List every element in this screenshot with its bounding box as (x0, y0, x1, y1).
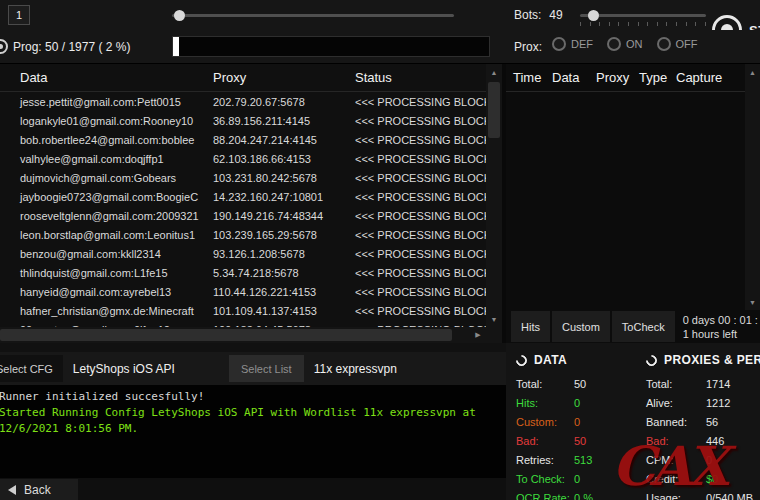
stat-label: Hits: (516, 394, 574, 413)
radio-label-on: ON (626, 38, 643, 50)
scroll-down-icon[interactable]: ▼ (745, 294, 760, 310)
column-header-status[interactable]: Status (355, 70, 502, 85)
slider-thumb[interactable] (174, 10, 185, 21)
stats-panel: DATA Total:50Hits:0Custom:0Bad:50Retries… (506, 343, 760, 500)
slider-tick (705, 22, 706, 26)
stat-line: Alive:1212 (646, 394, 760, 413)
bottom-left-panel: Select CFG LetyShops iOS API Select List… (0, 343, 506, 500)
cell-data: benzou@gmail.com:kkll2314 (0, 248, 213, 260)
proxy-mode-def[interactable]: DEF (552, 37, 593, 51)
slider-tick (618, 22, 619, 26)
scroll-up-icon[interactable]: ▲ (745, 64, 760, 80)
cell-status: <<< PROCESSING BLOCK (355, 229, 486, 241)
stat-label: Retries: (516, 451, 574, 470)
slider-track (172, 14, 454, 17)
table-row[interactable]: logankyle01@gmail.com:Rooney1036.89.156.… (0, 111, 486, 130)
results-rows: jesse.pettit@gmail.com:Pett0015202.79.20… (0, 92, 486, 327)
back-label: Back (24, 483, 51, 497)
proxy-mode-group: DEF ON OFF (552, 37, 698, 51)
scroll-right-icon[interactable]: ▶ (470, 327, 486, 343)
stat-line: CPM:0 (646, 451, 760, 470)
tab-hits[interactable]: Hits (511, 311, 550, 342)
stat-label: Usage: (646, 489, 706, 500)
stat-value: 0 (574, 470, 580, 489)
progress-bar (172, 36, 490, 57)
data-stats-ring-icon (514, 352, 530, 368)
slider-tick (676, 22, 677, 26)
table-row[interactable]: valhylee@gmail.com:doqjffp162.103.186.66… (0, 149, 486, 168)
proxy-stats-list: Total:1714Alive:1212Banned:56Bad:446CPM:… (646, 375, 760, 500)
bots-value: 49 (549, 8, 562, 22)
column-header-proxy[interactable]: Proxy (213, 70, 355, 85)
cell-status: <<< PROCESSING BLOCK (355, 153, 486, 165)
proxy-stats-header: PROXIES & PERF (646, 351, 760, 369)
stat-label: To Check: (516, 470, 574, 489)
cell-data: hanyeid@gmail.com:ayrebel13 (0, 286, 213, 298)
tab-tocheck[interactable]: ToCheck (612, 311, 675, 342)
table-row[interactable]: thlindquist@gmail.com:L1fe155.34.74.218:… (0, 263, 486, 282)
hits-vscrollbar[interactable]: ▲ ▼ (745, 64, 760, 310)
proxy-mode-off[interactable]: OFF (657, 37, 698, 51)
table-row[interactable]: 90egerton@gmail.com:0ifuq12109.183.64.45… (0, 320, 486, 327)
table-row[interactable]: bob.robertlee24@gmail.com:boblee88.204.2… (0, 130, 486, 149)
back-button[interactable]: Back (0, 479, 78, 500)
column-header-data[interactable]: Data (0, 70, 213, 85)
results-vscrollbar[interactable]: ▲ ▼ (486, 64, 502, 327)
stat-value: 0 (574, 413, 580, 432)
stat-line: Usage:0/540 MB (646, 489, 760, 500)
back-arrow-icon (8, 485, 16, 495)
vscroll-thumb[interactable] (488, 82, 500, 138)
results-hscrollbar[interactable]: ▶ (0, 327, 486, 343)
column-header-hits-data[interactable]: Data (552, 70, 596, 85)
data-stats-header: DATA (516, 351, 640, 369)
select-config-button[interactable]: Select CFG (0, 355, 63, 382)
tab-custom[interactable]: Custom (552, 311, 610, 342)
threads-input[interactable]: 1 (8, 5, 30, 25)
stat-line: To Check:0 (516, 470, 640, 489)
log-console: Runner initialized succesfully!Started R… (0, 385, 506, 478)
back-bar: Back (0, 478, 506, 500)
results-table: Data Proxy Status jesse.pettit@gmail.com… (0, 64, 502, 343)
main-slider[interactable] (172, 4, 454, 26)
slider-tick (647, 22, 648, 26)
table-row[interactable]: dujmovich@gmail.com:Gobears103.231.80.24… (0, 168, 486, 187)
stat-value: 0/540 MB (706, 489, 753, 500)
log-lines: Runner initialized succesfully!Started R… (0, 389, 500, 437)
scroll-up-icon[interactable]: ▲ (486, 64, 502, 80)
table-row[interactable]: jesse.pettit@gmail.com:Pett0015202.79.20… (0, 92, 486, 111)
cell-proxy: 103.239.165.29:5678 (213, 229, 355, 241)
log-line: Runner initialized succesfully! (0, 389, 500, 405)
select-list-button[interactable]: Select List (229, 355, 304, 382)
stat-line: Banned:56 (646, 413, 760, 432)
results-table-header: Data Proxy Status (0, 64, 502, 92)
stat-label: Alive: (646, 394, 706, 413)
table-row[interactable]: hanyeid@gmail.com:ayrebel13110.44.126.22… (0, 282, 486, 301)
stat-value: 56 (706, 413, 718, 432)
progress-row: Prog: 50 / 1977 ( 2 %) Prox: DEF ON OFF (0, 30, 760, 64)
stat-label: Credit: (646, 470, 706, 489)
table-row[interactable]: benzou@gmail.com:kkll231493.126.1.208:56… (0, 244, 486, 263)
runner-window: 1 Bots:49 STOP Prog: 50 / 1977 ( 2 %) Pr… (0, 0, 760, 500)
stat-value: 0 (574, 394, 580, 413)
slider-tick (657, 22, 658, 26)
cell-data: leon.borstlap@gmail.com:Leonitus1 (0, 229, 213, 241)
stat-line: Custom:0 (516, 413, 640, 432)
scroll-down-icon[interactable]: ▼ (486, 311, 502, 327)
data-stats-list: Total:50Hits:0Custom:0Bad:50Retries:513T… (516, 375, 640, 500)
column-header-hits-proxy[interactable]: Proxy (596, 70, 639, 85)
hscroll-thumb[interactable] (0, 329, 452, 341)
table-row[interactable]: rooseveltglenn@gmail.com:2009321190.149.… (0, 206, 486, 225)
proxy-stats: PROXIES & PERF Total:1714Alive:1212Banne… (646, 351, 760, 500)
radio-label-def: DEF (571, 38, 593, 50)
table-row[interactable]: leon.borstlap@gmail.com:Leonitus1103.239… (0, 225, 486, 244)
proxy-mode-on[interactable]: ON (607, 37, 643, 51)
cell-status: <<< PROCESSING BLOCK (355, 286, 486, 298)
column-header-type[interactable]: Type (639, 70, 676, 85)
column-header-time[interactable]: Time (506, 70, 552, 85)
stat-value: 1714 (706, 375, 730, 394)
slider-tick (628, 22, 629, 26)
table-row[interactable]: hafner_christian@gmx.de:Minecraft101.109… (0, 301, 486, 320)
cell-proxy: 5.34.74.218:5678 (213, 267, 355, 279)
table-row[interactable]: jayboogie0723@gmail.com:BoogieC14.232.16… (0, 187, 486, 206)
bots-slider-thumb[interactable] (588, 10, 599, 21)
